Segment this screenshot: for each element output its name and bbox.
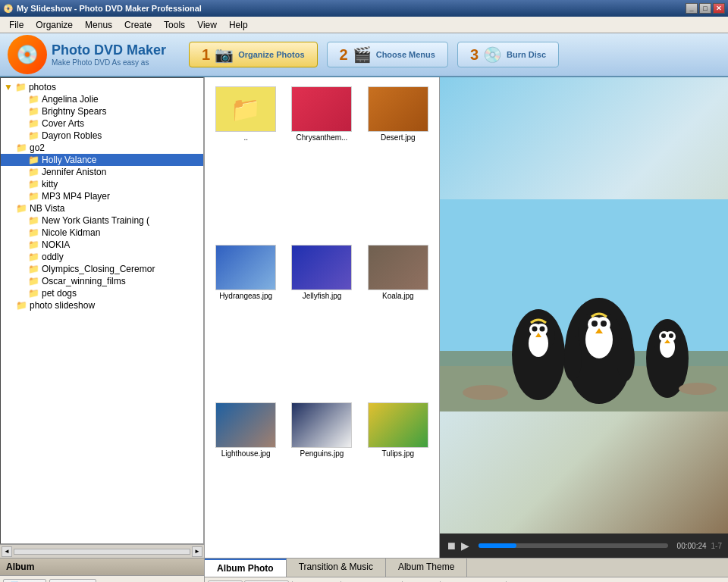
tree-item[interactable]: 📁Brightny Spears: [1, 105, 203, 117]
folder-icon: 📁: [28, 288, 39, 299]
scroll-track-h[interactable]: [14, 549, 190, 555]
preview-panel: ⏹ ▶ 00:00:24 1-7: [440, 77, 728, 558]
tab-album-theme[interactable]: Album Theme: [386, 559, 467, 577]
tree-item[interactable]: 📁Jennifer Aniston: [1, 166, 203, 178]
tree-item-label: Nicole Kidman: [42, 227, 100, 238]
tree-item[interactable]: 📁oddly: [1, 251, 203, 263]
tree-item-label: Oscar_winning_films: [42, 276, 126, 286]
tree-item[interactable]: 📁Angelina Jolie: [1, 93, 203, 105]
file-thumbnail: 📁: [215, 86, 276, 132]
tree-item-label: Brightny Spears: [42, 106, 106, 117]
file-name: Lighthouse.jpg: [221, 449, 271, 458]
file-item[interactable]: 📁..: [211, 83, 281, 236]
file-thumbnail: [368, 86, 428, 132]
album-right-panel: Album Photo Transition & Music Album The…: [205, 558, 728, 582]
folder-icon: 📁: [28, 252, 39, 262]
folder-icon: 📁: [16, 142, 27, 153]
album-header: Album: [0, 559, 204, 576]
step1-icon: 📷: [215, 45, 234, 64]
wizard-step-2[interactable]: 2 🎬 Choose Menus: [327, 42, 448, 67]
folder-icon: 📁: [28, 106, 39, 117]
file-thumbnail: [215, 245, 276, 290]
app-logo: Photo DVD Maker Make Photo DVD As easy a…: [52, 42, 166, 67]
folder-icon: 📁: [16, 203, 27, 214]
close-button[interactable]: ✕: [713, 3, 725, 14]
file-item[interactable]: Lighthouse.jpg: [211, 399, 281, 552]
stop-button[interactable]: ⏹: [446, 540, 457, 552]
menu-tools[interactable]: Tools: [158, 18, 191, 32]
scroll-right-btn[interactable]: ►: [192, 546, 202, 557]
titlebar-controls: _ □ ✕: [686, 3, 725, 14]
svg-point-26: [661, 333, 666, 338]
menu-create[interactable]: Create: [118, 18, 158, 32]
file-item[interactable]: Chrysanthem...: [287, 83, 356, 236]
file-grid[interactable]: 📁..Chrysanthem...Desert.jpgHydrangeas.jp…: [205, 77, 439, 558]
file-item[interactable]: Desert.jpg: [363, 83, 433, 236]
tree-item[interactable]: 📁Cover Arts: [1, 117, 203, 130]
wizard-step-3[interactable]: 3 💿 Burn Disc: [457, 42, 559, 67]
tree-item-label: kitty: [42, 179, 58, 189]
tree-item-label: go2: [30, 142, 45, 153]
tab-album-photo[interactable]: Album Photo: [205, 559, 287, 577]
file-item[interactable]: Koala.jpg: [363, 242, 433, 394]
svg-point-30: [679, 383, 717, 395]
file-item[interactable]: Hydrangeas.jpg: [211, 242, 281, 394]
file-thumbnail: [215, 402, 276, 448]
tree-item[interactable]: 📁kitty: [1, 178, 203, 190]
tree-item[interactable]: 📁NB Vista: [1, 202, 203, 214]
play-button[interactable]: ▶: [461, 540, 469, 552]
svg-point-12: [617, 336, 635, 381]
tree-item[interactable]: 📁Dayron Robles: [1, 130, 203, 142]
tree-item[interactable]: 📁MP3 MP4 Player: [1, 190, 203, 202]
folder-icon: 📁: [16, 300, 27, 311]
new-album-button[interactable]: 📄 New: [3, 579, 46, 582]
file-browser-panel: 📁..Chrysanthem...Desert.jpgHydrangeas.jp…: [205, 77, 440, 558]
step1-num: 1: [202, 46, 210, 64]
tree-item[interactable]: 📁Olympics_Closing_Ceremor: [1, 263, 203, 275]
tree-item[interactable]: 📁Holly Valance: [1, 154, 203, 166]
file-item[interactable]: Jellyfish.jpg: [287, 242, 356, 394]
tree-item[interactable]: 📁Nicole Kidman: [1, 227, 203, 239]
file-thumbnail: [291, 86, 352, 132]
progress-bar: [479, 543, 516, 548]
wizard-step-1[interactable]: 1 📷 Organize Photos: [189, 42, 318, 67]
folder-icon: 📁: [28, 191, 39, 202]
file-name: ..: [243, 133, 248, 142]
tree-item[interactable]: 📁New York Giants Training (: [1, 214, 203, 227]
menu-menus[interactable]: Menus: [79, 18, 118, 32]
tree-item[interactable]: 📁go2: [1, 142, 203, 154]
step2-label: Choose Menus: [376, 50, 435, 59]
tree-item[interactable]: 📁pet dogs: [1, 287, 203, 299]
file-tree[interactable]: ▼ 📁 photos 📁Angelina Jolie📁Brightny Spea…: [0, 77, 204, 544]
step3-num: 3: [470, 46, 479, 64]
minimize-button[interactable]: _: [686, 3, 698, 14]
tab-transition-music[interactable]: Transition & Music: [287, 559, 386, 577]
file-thumbnail: [368, 402, 428, 448]
album-actions: 📄 New ✕ Delete: [0, 576, 204, 582]
menu-help[interactable]: Help: [223, 18, 254, 32]
folder-icon: 📁: [28, 276, 39, 286]
scroll-left-btn[interactable]: ◄: [2, 546, 12, 557]
menu-file[interactable]: File: [3, 18, 30, 32]
maximize-button[interactable]: □: [699, 3, 711, 14]
progress-bar-container[interactable]: [479, 543, 668, 548]
tree-root: ▼ 📁 photos 📁Angelina Jolie📁Brightny Spea…: [1, 78, 203, 314]
file-item[interactable]: Tulips.jpg: [363, 399, 433, 552]
tree-item-label: NB Vista: [30, 203, 64, 214]
tree-item[interactable]: 📁NOKIA: [1, 239, 203, 251]
album-list: Album 📄 New ✕ Delete 01 Name: Wallpaper …: [0, 558, 205, 582]
delete-album-button[interactable]: ✕ Delete: [49, 579, 96, 582]
tree-item[interactable]: 📁Oscar_winning_films: [1, 275, 203, 287]
tree-item-label: pet dogs: [42, 288, 77, 299]
tree-item[interactable]: 📁photo slideshow: [1, 299, 203, 311]
tree-root-item[interactable]: ▼ 📁 photos: [1, 81, 203, 93]
menu-view[interactable]: View: [191, 18, 223, 32]
preview-svg: [440, 199, 728, 411]
tree-item-label: MP3 MP4 Player: [42, 191, 110, 202]
app-icon: 📀: [3, 4, 14, 14]
folder-icon: 📁: [28, 167, 39, 177]
step2-num: 2: [340, 46, 348, 64]
album-tabs: Album Photo Transition & Music Album The…: [205, 559, 728, 577]
menu-organize[interactable]: Organize: [30, 18, 79, 32]
file-item[interactable]: Penguins.jpg: [287, 399, 356, 552]
